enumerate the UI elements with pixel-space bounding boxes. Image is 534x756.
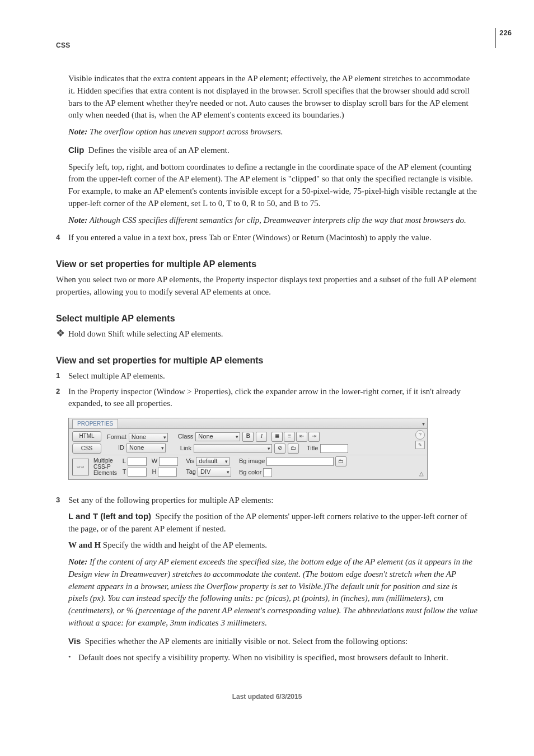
step-number: 3: [56, 494, 68, 507]
bgimage-label: Bg image: [239, 457, 265, 466]
note-overflow: Note: The overflow option has uneven sup…: [68, 126, 478, 138]
clip-text: Defines the visible area of an AP elemen…: [88, 146, 229, 155]
class-label: Class: [178, 432, 194, 441]
note-text: The overflow option has uneven support a…: [90, 127, 283, 136]
step-number: 1: [56, 370, 68, 382]
t-field[interactable]: [128, 468, 147, 477]
step-text: Select multiple AP elements.: [68, 370, 478, 382]
bgimage-field[interactable]: [266, 457, 334, 466]
html-mode-button[interactable]: HTML: [72, 431, 101, 442]
w-label: W: [152, 457, 157, 466]
link-dropdown[interactable]: [194, 444, 272, 453]
ordered-list-icon[interactable]: ≡: [284, 432, 295, 442]
select-bullet: ❖ Hold down Shift while selecting AP ele…: [56, 328, 478, 340]
step-text: If you entered a value in a text box, pr…: [68, 232, 478, 244]
step-number: 2: [56, 386, 68, 410]
lt-definition: L and T (left and top) Specify the posit…: [68, 510, 478, 535]
note-clip: Note: Although CSS specifies different s…: [68, 214, 478, 227]
h-label: H: [152, 468, 156, 477]
note-text: If the content of any AP element exceeds…: [68, 557, 477, 627]
indent-icon[interactable]: ⇥: [308, 432, 320, 442]
l-field[interactable]: [128, 457, 147, 466]
bgcolor-label: Bg color: [239, 468, 261, 477]
page-footer: Last updated 6/3/2015: [56, 692, 478, 702]
heading-view-and-set: View and set properties for multiple AP …: [56, 354, 478, 367]
wh-label: W and H: [68, 540, 101, 549]
vis-default-bullet: • Default does not specify a visibility …: [68, 652, 478, 664]
format-label: Format: [107, 433, 127, 442]
page-number: 226: [495, 28, 512, 48]
clip-definition: Clip Defines the visible area of an AP e…: [68, 144, 478, 157]
note-label: Note:: [68, 127, 87, 136]
step-3: 3 Set any of the following properties fo…: [56, 494, 478, 507]
vis-def-label: Vis: [68, 636, 81, 646]
tag-label: Tag: [186, 468, 196, 477]
heading-view-or-set: View or set properties for multiple AP e…: [56, 258, 478, 270]
bgimage-browse-icon[interactable]: 🗀: [335, 456, 346, 466]
link-label: Link: [180, 444, 191, 453]
diamond-bullet-icon: ❖: [56, 328, 68, 340]
note-label: Note:: [68, 216, 87, 225]
clip-label: Clip: [68, 145, 84, 155]
step-1: 1 Select multiple AP elements.: [56, 370, 478, 382]
multiple-elements-caption: Multiple CSS-P Elements: [93, 458, 117, 476]
unordered-list-icon[interactable]: ≣: [271, 432, 283, 442]
vis-default-text: Default does not specify a visibility pr…: [78, 652, 478, 664]
multiple-elements-thumbnail: ▭▭: [72, 459, 89, 475]
wh-definition: W and H Specify the width and height of …: [68, 539, 478, 552]
expander-arrow-icon[interactable]: △: [419, 470, 424, 478]
vis-definition: Vis Specifies whether the AP elements ar…: [68, 635, 478, 648]
italic-button[interactable]: I: [256, 432, 267, 442]
dot-bullet-icon: •: [68, 652, 78, 664]
clip-details: Specify left, top, right, and bottom coo…: [68, 161, 478, 210]
class-dropdown[interactable]: None: [195, 432, 240, 441]
css-mode-button[interactable]: CSS: [72, 444, 101, 454]
step-text: In the Property inspector (Window > Prop…: [68, 386, 478, 410]
l-label: L: [123, 457, 126, 466]
vis-dropdown[interactable]: default: [196, 457, 229, 466]
heading-select-multiple: Select multiple AP elements: [56, 312, 478, 325]
point-to-file-icon[interactable]: ⊘: [274, 444, 285, 454]
vis-def-text: Specifies whether the AP elements are in…: [85, 637, 407, 646]
note-text: Although CSS specifies different semanti…: [90, 216, 466, 225]
panel-menu-icon[interactable]: ▾: [422, 420, 425, 428]
step-text: Set any of the following properties for …: [68, 494, 478, 507]
id-dropdown[interactable]: None: [127, 444, 166, 452]
h-field[interactable]: [158, 468, 177, 477]
quick-edit-icon[interactable]: ✎: [415, 441, 425, 449]
note-label: Note:: [68, 557, 87, 566]
format-dropdown[interactable]: None: [129, 433, 168, 442]
title-field[interactable]: [320, 444, 348, 453]
note-size: Note: If the content of any AP element e…: [68, 556, 478, 629]
step-number: 4: [56, 232, 68, 244]
step-2: 2 In the Property inspector (Window > Pr…: [56, 386, 478, 410]
tag-dropdown[interactable]: DIV: [198, 468, 231, 477]
vis-label: Vis: [186, 457, 194, 466]
bold-button[interactable]: B: [242, 432, 254, 442]
title-label: Title: [307, 444, 318, 453]
id-label: ID: [118, 444, 124, 452]
outdent-icon[interactable]: ⇤: [296, 432, 307, 442]
w-field[interactable]: [159, 457, 178, 466]
overflow-description: Visible indicates that the extra content…: [68, 73, 478, 122]
view-or-set-paragraph: When you select two or more AP elements,…: [56, 274, 478, 298]
help-icon[interactable]: ?: [415, 430, 425, 440]
bgcolor-swatch[interactable]: [263, 468, 272, 477]
step-4: 4 If you entered a value in a text box, …: [56, 232, 478, 244]
browse-folder-icon[interactable]: 🗀: [288, 444, 299, 454]
property-inspector-figure: PROPERTIES ▾ HTML CSS Format None ID Non…: [68, 418, 428, 480]
section-runhead: CSS: [56, 41, 71, 49]
select-bullet-text: Hold down Shift while selecting AP eleme…: [68, 328, 478, 340]
properties-tab[interactable]: PROPERTIES: [72, 419, 118, 429]
wh-text: Specify the width and height of the AP e…: [103, 540, 267, 549]
lt-label: L and T (left and top): [68, 511, 151, 521]
t-label: T: [123, 468, 127, 477]
